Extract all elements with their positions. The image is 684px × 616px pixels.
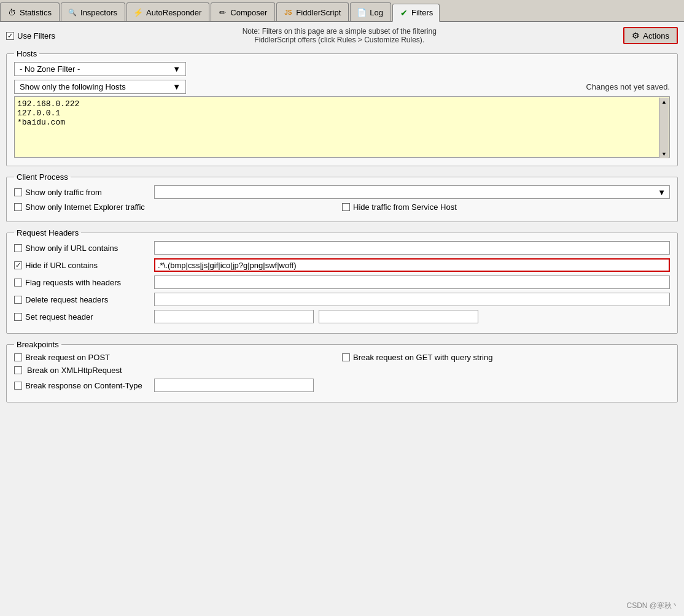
tab-bar: ⏱ Statistics 🔍 Inspectors ⚡ AutoResponde… <box>0 0 684 22</box>
flag-headers-input[interactable] <box>154 275 670 289</box>
break-response-row: Break response on Content-Type <box>14 379 670 392</box>
hide-url-row: Hide if URL contains <box>14 258 670 272</box>
autoresponder-icon: ⚡ <box>133 7 143 17</box>
toolbar-row: Use Filters Note: Filters on this page a… <box>6 27 678 44</box>
show-traffic-checkbox-label[interactable]: Show only traffic from <box>14 188 149 197</box>
flag-headers-checkbox-label: Flag requests with headers <box>14 278 149 287</box>
request-headers-legend: Request Headers <box>14 228 81 237</box>
tab-log[interactable]: 📄 Log <box>350 2 391 21</box>
show-traffic-checkbox[interactable] <box>14 188 22 196</box>
delete-headers-input[interactable] <box>154 293 670 306</box>
break-get-col: Break request on GET with query string <box>342 353 670 362</box>
break-response-input[interactable] <box>154 379 314 392</box>
inspectors-icon: 🔍 <box>68 7 77 17</box>
watermark: CSDN @寒秋丶 <box>626 601 679 611</box>
actions-gear-icon: ⚙ <box>632 31 640 40</box>
set-header-name-input[interactable] <box>154 310 314 323</box>
main-content: Use Filters Note: Filters on this page a… <box>0 22 684 414</box>
filters-check-icon: ✔ <box>399 8 409 18</box>
use-filters-container: Use Filters <box>6 31 55 40</box>
break-xml-row: Break on XMLHttpRequest <box>14 366 670 375</box>
tab-statistics[interactable]: ⏱ Statistics <box>0 2 60 21</box>
show-traffic-dropdown-arrow-icon: ▼ <box>658 188 666 197</box>
set-header-row: Set request header <box>14 310 670 323</box>
hide-url-checkbox-label: Hide if URL contains <box>14 261 149 270</box>
break-post-col: Break request on POST <box>14 353 342 362</box>
flag-headers-checkbox[interactable] <box>14 279 22 287</box>
hosts-legend: Hosts <box>14 49 39 58</box>
tab-inspectors[interactable]: 🔍 Inspectors <box>61 2 125 21</box>
statistics-icon: ⏱ <box>7 7 17 17</box>
break-response-checkbox-label: Break response on Content-Type <box>14 381 149 390</box>
breakpoints-section: Breakpoints Break request on POST Break … <box>6 340 678 402</box>
breakpoints-legend: Breakpoints <box>14 340 61 349</box>
delete-headers-row: Delete request headers <box>14 293 670 306</box>
zone-filter-dropdown[interactable]: - No Zone Filter - ▼ <box>14 62 186 76</box>
show-traffic-dropdown[interactable]: ▼ <box>154 185 670 199</box>
client-process-legend: Client Process <box>14 172 71 182</box>
break-xml-checkbox[interactable] <box>14 366 22 374</box>
set-header-value-input[interactable] <box>319 310 478 323</box>
break-response-checkbox[interactable] <box>14 382 22 390</box>
set-header-checkbox-label: Set request header <box>14 312 149 321</box>
hide-service-host-col: Hide traffic from Service Host <box>342 202 670 212</box>
show-url-checkbox-label: Show only if URL contains <box>14 244 149 253</box>
flag-headers-row: Flag requests with headers <box>14 275 670 289</box>
tab-fiddlerscript[interactable]: JS FiddlerScript <box>276 2 349 21</box>
scroll-down-icon[interactable]: ▼ <box>661 151 667 157</box>
show-url-checkbox[interactable] <box>14 244 22 252</box>
scrollbar[interactable]: ▲ ▼ <box>659 98 669 158</box>
delete-headers-checkbox-label: Delete request headers <box>14 295 149 304</box>
show-url-row: Show only if URL contains <box>14 241 670 255</box>
note-text: Note: Filters on this page are a simple … <box>55 27 623 44</box>
set-header-checkbox[interactable] <box>14 313 22 321</box>
break-post-row: Break request on POST Break request on G… <box>14 353 670 362</box>
host-filter-arrow-icon: ▼ <box>173 82 181 91</box>
log-icon: 📄 <box>357 7 367 17</box>
tab-autoresponder[interactable]: ⚡ AutoResponder <box>126 2 209 21</box>
hide-url-checkbox[interactable] <box>14 261 22 269</box>
client-process-section: Client Process Show only traffic from ▼ … <box>6 172 678 222</box>
zone-filter-arrow-icon: ▼ <box>173 64 181 74</box>
tab-composer[interactable]: ✏ Composer <box>211 2 275 21</box>
break-get-checkbox[interactable] <box>342 353 350 361</box>
changes-text: Changes not yet saved. <box>586 82 670 91</box>
zone-filter-row: - No Zone Filter - ▼ <box>14 62 670 76</box>
show-url-input[interactable] <box>154 241 670 255</box>
actions-button[interactable]: ⚙ Actions <box>623 27 678 44</box>
hosts-list-container: 192.168.0.222 127.0.0.1 *baidu.com ▲ ▼ <box>14 96 670 160</box>
ie-traffic-col: Show only Internet Explorer traffic <box>14 202 342 212</box>
show-ie-checkbox[interactable] <box>14 203 22 211</box>
tab-filters[interactable]: ✔ Filters <box>392 4 440 22</box>
composer-icon: ✏ <box>217 7 227 17</box>
hosts-section: Hosts - No Zone Filter - ▼ Show only the… <box>6 49 678 166</box>
hosts-list-textarea[interactable]: 192.168.0.222 127.0.0.1 *baidu.com <box>14 96 670 158</box>
scroll-up-icon[interactable]: ▲ <box>661 99 667 105</box>
ie-traffic-row: Show only Internet Explorer traffic Hide… <box>14 202 670 212</box>
use-filters-checkbox[interactable] <box>6 32 14 40</box>
host-filter-row: Show only the following Hosts ▼ Changes … <box>14 80 670 94</box>
show-traffic-row: Show only traffic from ▼ <box>14 185 670 199</box>
delete-headers-checkbox[interactable] <box>14 296 22 304</box>
host-filter-dropdown[interactable]: Show only the following Hosts ▼ <box>14 80 186 94</box>
use-filters-label: Use Filters <box>17 31 55 40</box>
fiddlerscript-icon: JS <box>283 7 293 17</box>
hide-url-input[interactable] <box>154 258 670 272</box>
request-headers-section: Request Headers Show only if URL contain… <box>6 228 678 334</box>
break-post-checkbox[interactable] <box>14 353 22 361</box>
hide-service-host-checkbox[interactable] <box>342 203 350 211</box>
